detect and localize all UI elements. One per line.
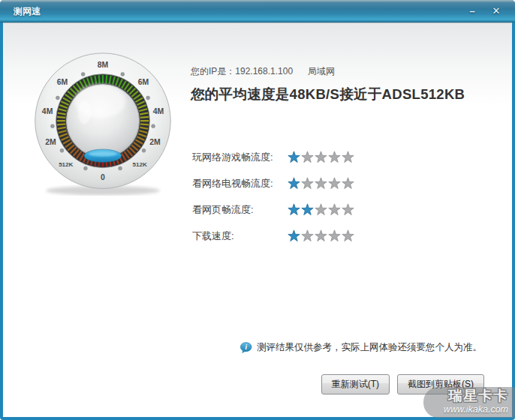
svg-text:i: i [245,343,247,350]
star-icon-empty [328,230,341,242]
titlebar[interactable]: 测网速 – ✕ [0,0,515,22]
info-bubble-icon: i [239,342,252,354]
star-rating [288,203,354,216]
star-rating [288,177,354,190]
star-icon-empty [328,177,341,190]
watermark-url: www.ikaka.com [423,404,508,416]
speed-gauge: 8M 6M 6M 4M 4M 2M 2M 512K 512K 0 [32,50,174,196]
gauge-label-512k-right: 512K [133,161,147,168]
disclaimer-note: i 测评结果仅供参考，实际上网体验还须要您个人为准。 [239,341,482,354]
speedtest-window: 测网速 – ✕ [0,0,515,420]
gauge-label-6m-left: 6M [57,78,68,86]
window-title: 测网速 [14,0,41,22]
rating-label: 看网页畅流度: [192,203,288,217]
rating-label: 下载速度: [192,230,288,243]
gauge-label-4m-left: 4M [42,107,53,116]
retest-button[interactable]: 重新测试(T) [321,374,390,394]
star-icon-empty [328,151,341,164]
star-icon-empty [315,203,327,216]
rating-row: 看网页畅流度: [192,196,387,223]
close-icon[interactable]: ✕ [488,4,504,19]
star-icon-empty [315,151,327,164]
watermark-badge: 瑞星卡卡 www.ikaka.com [423,387,515,418]
star-icon-filled [288,177,300,190]
star-rating [288,151,354,164]
star-icon-empty [315,177,327,190]
ip-line: 您的IP是：192.168.1.100局域网 [191,65,335,78]
disclaimer-text: 测评结果仅供参考，实际上网体验还须要您个人为准。 [257,341,482,354]
window-controls: – ✕ [464,0,504,22]
sphere-reflection [78,101,91,124]
star-icon-empty [301,151,314,164]
rating-row: 看网络电视畅流度: [192,170,387,196]
gauge-label-2m-right: 2M [149,138,161,146]
liquid-highlight [89,152,117,157]
star-icon-empty [342,230,354,242]
gauge-label-2m-left: 2M [45,138,56,146]
rating-row: 下载速度: [192,223,387,249]
gauge-label-0: 0 [101,173,105,182]
ip-value: 192.168.1.100 [235,66,293,76]
star-icon-empty [315,230,327,242]
star-icon-empty [301,230,314,242]
rating-row: 玩网络游戏畅流度: [192,144,387,170]
rating-label: 看网络电视畅流度: [192,177,288,190]
star-icon-filled [288,151,300,164]
rating-list: 玩网络游戏畅流度:看网络电视畅流度:看网页畅流度:下载速度: [192,144,387,249]
star-icon-filled [288,230,300,242]
gauge-label-4m-right: 4M [153,107,164,116]
average-speed-headline: 您的平均速度是48KB/S接近于ADSL512KB [191,85,506,104]
star-icon-filled [301,203,314,216]
star-rating [288,230,354,242]
star-icon-empty [342,203,354,216]
network-type: 局域网 [308,66,335,76]
gauge-label-8m: 8M [98,61,109,69]
star-icon-empty [342,151,354,164]
watermark-brand: 瑞星卡卡 [423,388,508,404]
ip-prefix: 您的IP是： [191,66,235,76]
star-icon-empty [342,177,354,190]
minimize-icon[interactable]: – [464,4,480,19]
star-icon-filled [288,203,300,216]
star-icon-empty [328,203,341,216]
gauge-label-6m-right: 6M [138,78,149,86]
star-icon-empty [301,177,314,190]
rating-label: 玩网络游戏畅流度: [192,151,288,164]
gauge-label-512k-left: 512K [59,161,73,168]
